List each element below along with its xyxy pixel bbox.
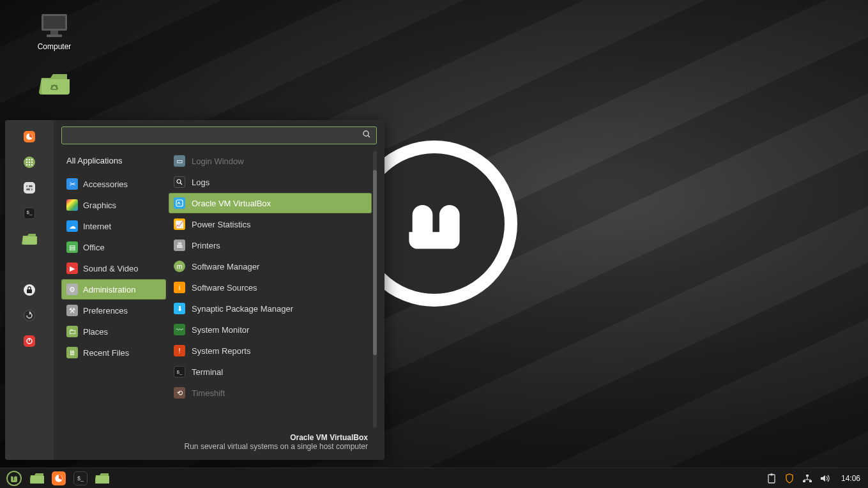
app-label: Software Manager	[192, 262, 259, 271]
desktop-icon-computer[interactable]: Computer	[26, 13, 83, 51]
app-timeshift[interactable]: ⟲Timeshift	[169, 383, 372, 403]
firefox-icon	[52, 471, 66, 485]
app-software-manager[interactable]: mSoftware Manager	[169, 256, 372, 277]
power-stats-icon: 📈	[174, 218, 185, 230]
sidebar-files[interactable]	[20, 230, 38, 248]
apps-scrollbar[interactable]	[373, 151, 377, 428]
svg-point-22	[363, 131, 369, 136]
taskbar-files[interactable]	[28, 471, 46, 486]
app-label: Logs	[192, 178, 209, 187]
clipboard-icon	[767, 473, 776, 484]
sysmon-icon: 〰	[174, 324, 185, 335]
app-label: Power Statistics	[192, 220, 250, 229]
app-virtualbox[interactable]: Oracle VM VirtualBox	[169, 193, 372, 213]
tray-clipboard[interactable]	[766, 473, 777, 484]
scroll-thumb[interactable]	[373, 170, 377, 355]
taskbar-right: 14:06	[766, 473, 864, 484]
app-label: Software Sources	[192, 283, 257, 293]
svg-point-17	[27, 185, 29, 187]
sidebar-power[interactable]	[20, 332, 38, 350]
svg-point-9	[26, 162, 27, 163]
categories-header[interactable]: All Applications	[61, 151, 166, 173]
category-office[interactable]: ▤Office	[61, 237, 166, 257]
taskbar-folder-open[interactable]	[93, 471, 111, 486]
taskbar-firefox[interactable]	[50, 471, 68, 486]
category-graphics[interactable]: Graphics	[61, 195, 166, 215]
scissors-icon: ✂	[66, 178, 78, 190]
settings-icon	[24, 182, 35, 194]
category-label: Graphics	[83, 201, 116, 210]
cloud-icon: ☁	[66, 220, 78, 232]
sidebar-lock[interactable]	[20, 281, 38, 299]
printer-icon: 🖶	[174, 240, 185, 251]
folder-open-icon	[95, 473, 109, 484]
logs-icon	[174, 176, 185, 188]
prefs-icon: ⚒	[66, 305, 78, 316]
menu-apps-list: ▭Login Window Logs Oracle VM VirtualBox …	[169, 151, 372, 428]
sidebar-firefox[interactable]	[20, 128, 38, 146]
svg-point-8	[31, 159, 33, 160]
sidebar-apps-grid[interactable]	[20, 153, 38, 171]
start-menu: $_	[5, 120, 385, 460]
svg-point-14	[31, 164, 33, 165]
app-synaptic[interactable]: ⬇Synaptic Package Manager	[169, 298, 372, 319]
app-power-statistics[interactable]: 📈Power Statistics	[169, 214, 372, 234]
category-label: Recent Files	[83, 348, 129, 358]
app-terminal[interactable]: $_Terminal	[169, 362, 372, 382]
svg-rect-3	[47, 34, 62, 37]
category-administration[interactable]: ⚙Administration	[61, 279, 166, 300]
app-logs[interactable]: Logs	[169, 172, 372, 192]
taskbar-clock[interactable]: 14:06	[841, 474, 860, 483]
category-label: Office	[83, 243, 105, 252]
tray-network[interactable]	[802, 473, 813, 484]
app-login-window[interactable]: ▭Login Window	[169, 151, 372, 171]
svg-rect-2	[50, 31, 58, 34]
search-input[interactable]	[67, 131, 362, 141]
login-icon: ▭	[174, 155, 185, 167]
desktop-icon-home[interactable]	[26, 70, 83, 96]
search-box[interactable]	[61, 126, 377, 144]
recent-icon: 🗎	[66, 347, 78, 358]
tray-shield[interactable]	[784, 473, 795, 484]
synaptic-icon: ⬇	[174, 303, 185, 314]
svg-rect-15	[26, 185, 33, 187]
power-icon	[24, 335, 35, 347]
sidebar-session[interactable]	[20, 307, 38, 324]
app-label: System Reports	[192, 346, 250, 356]
timeshift-icon: ⟲	[174, 387, 185, 399]
svg-rect-1	[43, 16, 65, 29]
tray-volume[interactable]	[819, 473, 831, 484]
app-label: Terminal	[192, 367, 223, 377]
sidebar-terminal[interactable]: $_	[20, 204, 38, 222]
taskbar: $_ 14:06	[0, 468, 868, 488]
app-software-sources[interactable]: iSoftware Sources	[169, 277, 372, 298]
app-printers[interactable]: 🖶Printers	[169, 235, 372, 255]
apps-grid-icon	[24, 156, 35, 168]
reports-icon: !	[174, 345, 185, 356]
taskbar-mint-menu[interactable]	[4, 468, 24, 489]
category-internet[interactable]: ☁Internet	[61, 216, 166, 236]
svg-rect-16	[26, 188, 33, 190]
terminal-icon: $_	[24, 208, 35, 219]
svg-rect-29	[768, 475, 775, 483]
volume-icon	[820, 474, 830, 483]
svg-point-18	[30, 188, 32, 190]
taskbar-terminal[interactable]: $_	[72, 471, 89, 486]
category-sound-video[interactable]: ▶Sound & Video	[61, 258, 166, 278]
category-recent-files[interactable]: 🗎Recent Files	[61, 342, 166, 363]
app-label: Synaptic Package Manager	[192, 304, 293, 314]
svg-rect-30	[770, 473, 773, 475]
app-system-reports[interactable]: !System Reports	[169, 340, 372, 361]
category-accessories[interactable]: ✂Accessories	[61, 174, 166, 194]
sidebar-settings[interactable]	[20, 179, 38, 197]
category-preferences[interactable]: ⚒Preferences	[61, 300, 166, 321]
svg-point-10	[29, 162, 30, 163]
app-system-monitor[interactable]: 〰System Monitor	[169, 319, 372, 340]
terminal-icon: $_	[174, 366, 185, 377]
desktop-icon-label: Computer	[38, 42, 72, 51]
home-folder-icon	[39, 70, 70, 96]
terminal-icon: $_	[73, 471, 88, 485]
taskbar-left: $_	[4, 468, 111, 489]
swmgr-icon: m	[174, 261, 185, 272]
category-places[interactable]: 🗀Places	[61, 321, 166, 342]
